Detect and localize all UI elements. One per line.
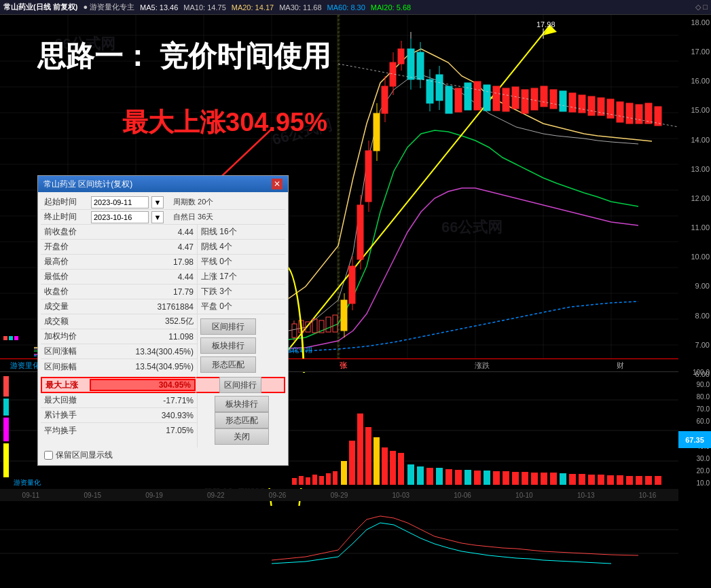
svg-rect-88 bbox=[617, 102, 623, 122]
svg-rect-130 bbox=[512, 472, 519, 485]
svg-rect-32 bbox=[326, 317, 331, 332]
right-row-4: 上涨 17个 bbox=[198, 270, 285, 284]
natural-label: 自然日 36天 bbox=[173, 212, 213, 222]
svg-rect-74 bbox=[484, 85, 490, 111]
price-scale: 18.00 17.00 16.00 15.00 14.00 13.00 12.0… bbox=[678, 15, 711, 382]
svg-rect-118 bbox=[398, 453, 404, 485]
start-time-dropdown[interactable]: ▼ bbox=[151, 196, 164, 208]
date-bar: 09-11 09-15 09-19 09-22 09-26 09-29 10-0… bbox=[0, 489, 678, 501]
svg-rect-142 bbox=[626, 476, 633, 485]
ma30-label: MA30: 11.68 bbox=[279, 3, 321, 12]
annotation-text-2: 最大上涨304.95% bbox=[122, 105, 327, 140]
open-value: 4.47 bbox=[88, 242, 197, 252]
dialog-body: 起始时间 ▼ 周期数 20个 终止时间 ▼ 自然日 36天 前收盘价 bbox=[38, 192, 288, 465]
volume-scale: 100.0 90.0 80.0 70.0 60.0 50.0 40.0 30.0… bbox=[678, 367, 711, 489]
svg-rect-127 bbox=[484, 471, 490, 485]
svg-rect-49 bbox=[382, 86, 388, 113]
svg-rect-85 bbox=[588, 96, 595, 115]
dialog-title-text: 常山药业 区间统计(复权) bbox=[43, 179, 132, 190]
svg-rect-132 bbox=[531, 473, 538, 485]
show-interval-line-checkbox[interactable] bbox=[44, 451, 53, 460]
svg-rect-77 bbox=[512, 87, 519, 109]
svg-rect-117 bbox=[390, 451, 396, 485]
svg-rect-139 bbox=[598, 475, 604, 485]
svg-rect-89 bbox=[626, 103, 633, 124]
svg-rect-55 bbox=[398, 49, 404, 64]
row-range-amplitude: 区间振幅 13.54(304.95%) bbox=[41, 359, 197, 374]
indicator-name: ● 游资量化专主 bbox=[83, 2, 134, 12]
end-time-input[interactable] bbox=[91, 211, 149, 223]
svg-rect-125 bbox=[464, 470, 471, 485]
svg-rect-78 bbox=[522, 90, 528, 113]
svg-rect-87 bbox=[607, 99, 614, 118]
svg-rect-61 bbox=[417, 52, 424, 79]
svg-rect-84 bbox=[579, 95, 585, 113]
right-row-3: 平线 0个 bbox=[198, 255, 285, 270]
row-cumulative-turnover: 累计换手 340.93% bbox=[41, 408, 197, 423]
row-range-gain: 区间涨幅 13.34(300.45%) bbox=[41, 344, 197, 359]
svg-rect-119 bbox=[407, 464, 414, 485]
dialog-close-button[interactable]: ✕ bbox=[272, 179, 282, 189]
cumulative-turnover-value: 340.93% bbox=[88, 411, 197, 420]
svg-rect-108 bbox=[319, 476, 324, 485]
pattern-match-button-2[interactable]: 形态匹配 bbox=[215, 412, 269, 428]
svg-rect-141 bbox=[617, 475, 623, 485]
sector-rank-button[interactable]: 板块排行 bbox=[200, 337, 256, 354]
svg-rect-40 bbox=[357, 205, 363, 259]
close-button[interactable]: 关闭 bbox=[215, 428, 269, 445]
svg-rect-106 bbox=[306, 477, 310, 485]
row-max-drawdown: 最大回撤 -17.71% bbox=[41, 393, 197, 408]
pattern-match-button[interactable]: 形态匹配 bbox=[200, 356, 256, 373]
left-stats: 前收盘价 4.44 开盘价 4.47 最高价 17.98 bbox=[41, 225, 197, 377]
svg-rect-143 bbox=[636, 476, 642, 485]
svg-rect-107 bbox=[312, 475, 317, 485]
svg-rect-82 bbox=[560, 91, 566, 111]
svg-rect-136 bbox=[569, 474, 576, 485]
start-time-input[interactable] bbox=[91, 196, 149, 208]
label-cai: 财 bbox=[617, 361, 624, 371]
svg-rect-121 bbox=[426, 468, 433, 485]
chart-icons[interactable]: ◇ □ bbox=[695, 3, 708, 12]
svg-rect-129 bbox=[503, 471, 509, 485]
svg-rect-91 bbox=[645, 103, 652, 124]
svg-rect-71 bbox=[455, 88, 462, 112]
bottom-stats: 最大回撤 -17.71% 累计换手 340.93% 平均换手 17.05% 板块… bbox=[41, 393, 285, 447]
svg-rect-34 bbox=[341, 300, 347, 331]
ma10-label: MA10: 14.75 bbox=[183, 3, 225, 12]
mai20-label: MAI20: 5.68 bbox=[371, 3, 411, 12]
interval-rank-button[interactable]: 区间排行 bbox=[200, 318, 256, 335]
low-value: 4.44 bbox=[88, 272, 197, 282]
row-prev-close: 前收盘价 4.44 bbox=[41, 225, 197, 240]
start-time-label: 起始时间 bbox=[41, 196, 88, 208]
svg-rect-149 bbox=[3, 443, 9, 477]
svg-rect-109 bbox=[326, 473, 331, 485]
ma20-label: MA20: 14.17 bbox=[232, 3, 274, 12]
svg-rect-135 bbox=[560, 473, 566, 485]
svg-rect-128 bbox=[493, 471, 500, 485]
ma60-label: MA60: 8.30 bbox=[327, 3, 365, 12]
svg-rect-81 bbox=[550, 90, 557, 109]
svg-rect-76 bbox=[503, 88, 509, 111]
row-close: 收盘价 17.79 bbox=[41, 284, 197, 299]
svg-rect-104 bbox=[292, 478, 297, 485]
svg-rect-151 bbox=[0, 506, 678, 581]
svg-rect-72 bbox=[464, 83, 471, 110]
sector-rank-button-2[interactable]: 板块排行 bbox=[215, 396, 269, 412]
svg-rect-124 bbox=[455, 470, 462, 485]
start-time-row: 起始时间 ▼ 周期数 20个 bbox=[41, 195, 285, 210]
svg-rect-58 bbox=[407, 49, 414, 79]
svg-rect-110 bbox=[333, 471, 338, 485]
label-zhangdie: 涨跌 bbox=[475, 361, 490, 371]
end-time-row: 终止时间 ▼ 自然日 36天 bbox=[41, 210, 285, 225]
interval-rank-button-2[interactable]: 区间排行 bbox=[219, 377, 261, 393]
row-turnover: 成交额 352.5亿 bbox=[41, 314, 197, 329]
row-volume: 成交量 31761884 bbox=[41, 299, 197, 314]
button-area: 区间排行 板块排行 形态匹配 bbox=[198, 314, 259, 377]
svg-rect-123 bbox=[445, 469, 452, 485]
row-open: 开盘价 4.47 bbox=[41, 240, 197, 255]
weighted-avg-value: 11.098 bbox=[88, 332, 197, 342]
svg-rect-137 bbox=[579, 474, 585, 485]
chart-title: 常山药业(日线 前复权) bbox=[3, 2, 77, 12]
end-time-dropdown[interactable]: ▼ bbox=[151, 211, 164, 223]
svg-text:游资量化: 游资量化 bbox=[14, 479, 41, 486]
